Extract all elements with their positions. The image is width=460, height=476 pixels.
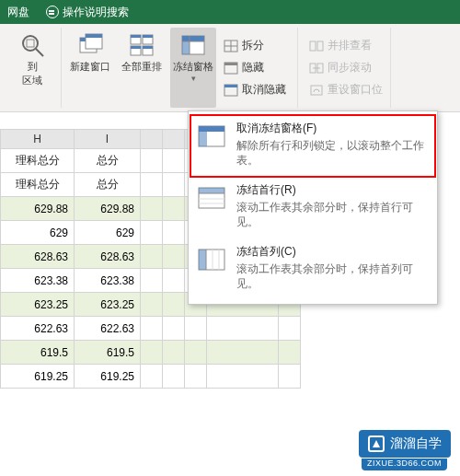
cell[interactable] bbox=[207, 341, 279, 365]
svg-rect-12 bbox=[131, 46, 141, 49]
title-bar: 网盘 操作说明搜索 bbox=[0, 0, 460, 24]
freeze-panes-dropdown: 取消冻结窗格(F) 解除所有行和列锁定，以滚动整个工作表。 冻结首行(R) 滚动… bbox=[188, 110, 438, 305]
cell[interactable] bbox=[141, 173, 163, 197]
hide-label: 隐藏 bbox=[242, 60, 264, 75]
zoom-to-selection-button[interactable]: 到 区域 bbox=[9, 28, 55, 108]
new-window-button[interactable]: 新建窗口 bbox=[67, 28, 113, 108]
help-search-label: 操作说明搜索 bbox=[63, 5, 129, 20]
cell[interactable] bbox=[163, 149, 185, 173]
col-header-i[interactable]: I bbox=[75, 130, 141, 149]
cell[interactable]: 622.63 bbox=[1, 317, 75, 341]
freeze-first-col-item[interactable]: 冻结首列(C) 滚动工作表其余部分时，保持首列可见。 bbox=[190, 238, 435, 300]
svg-line-1 bbox=[36, 49, 43, 56]
cell[interactable] bbox=[163, 197, 185, 221]
freeze-panes-label: 冻结窗格 bbox=[173, 61, 213, 73]
freeze-panes-icon bbox=[178, 31, 209, 59]
cell[interactable]: 629 bbox=[75, 221, 141, 245]
cell[interactable] bbox=[141, 341, 163, 365]
table-row[interactable]: 619.5619.5 bbox=[1, 341, 301, 365]
cell[interactable] bbox=[163, 293, 185, 317]
titlebar-item-wangpan[interactable]: 网盘 bbox=[7, 5, 29, 20]
dropdown-caret-icon: ▾ bbox=[191, 75, 196, 82]
cell[interactable] bbox=[141, 245, 163, 269]
split-icon bbox=[224, 39, 238, 53]
cell[interactable] bbox=[163, 173, 185, 197]
cell[interactable]: 623.38 bbox=[75, 269, 141, 293]
cell[interactable] bbox=[141, 365, 163, 389]
view-side-label: 并排查看 bbox=[328, 38, 372, 53]
cell[interactable]: 619.5 bbox=[1, 341, 75, 365]
cell[interactable] bbox=[279, 317, 301, 341]
sync-scroll-button: 同步滚动 bbox=[307, 59, 385, 77]
arrange-all-label: 全部重排 bbox=[121, 61, 162, 73]
cell[interactable]: 619.25 bbox=[75, 365, 141, 389]
unfreeze-title: 取消冻结窗格(F) bbox=[236, 121, 428, 136]
cell[interactable]: 623.25 bbox=[1, 293, 75, 317]
unfreeze-desc: 解除所有行和列锁定，以滚动整个工作表。 bbox=[236, 138, 428, 168]
freeze-top-desc: 滚动工作表其余部分时，保持首行可见。 bbox=[236, 200, 428, 229]
freeze-top-title: 冻结首行(R) bbox=[236, 182, 428, 198]
cell[interactable] bbox=[163, 221, 185, 245]
arrange-all-button[interactable]: 全部重排 bbox=[119, 28, 165, 108]
cell[interactable] bbox=[141, 269, 163, 293]
table-row[interactable]: 622.63622.63 bbox=[1, 317, 301, 341]
cell[interactable]: 622.63 bbox=[75, 317, 141, 341]
cell[interactable]: 629 bbox=[1, 221, 75, 245]
cell[interactable] bbox=[207, 365, 279, 389]
cell[interactable] bbox=[163, 317, 185, 341]
cell[interactable]: 628.63 bbox=[1, 245, 75, 269]
unfreeze-panes-item[interactable]: 取消冻结窗格(F) 解除所有行和列锁定，以滚动整个工作表。 bbox=[190, 115, 435, 177]
col-header-blank[interactable] bbox=[141, 130, 163, 149]
freeze-top-row-item[interactable]: 冻结首行(R) 滚动工作表其余部分时，保持首行可见。 bbox=[190, 177, 435, 238]
split-button[interactable]: 拆分 bbox=[222, 37, 288, 55]
col-header-blank[interactable] bbox=[163, 130, 185, 149]
cell[interactable] bbox=[185, 365, 207, 389]
cell[interactable] bbox=[141, 293, 163, 317]
cell[interactable]: 619.5 bbox=[75, 341, 141, 365]
svg-rect-34 bbox=[199, 126, 207, 146]
cell[interactable]: 理科总分 bbox=[1, 173, 75, 197]
cell[interactable]: 总分 bbox=[75, 173, 141, 197]
cell[interactable]: 628.63 bbox=[75, 245, 141, 269]
freeze-panes-button[interactable]: 冻结窗格 ▾ bbox=[170, 28, 216, 108]
freeze-first-col-title: 冻结首列(C) bbox=[236, 244, 428, 260]
cell[interactable] bbox=[141, 317, 163, 341]
new-window-icon bbox=[75, 31, 106, 59]
cell[interactable] bbox=[141, 197, 163, 221]
magnifier-icon bbox=[17, 31, 48, 59]
watermark-url: ZIXUE.3D66.COM bbox=[362, 459, 447, 470]
cell[interactable]: 629.88 bbox=[1, 197, 75, 221]
cell[interactable]: 629.88 bbox=[75, 197, 141, 221]
cell[interactable]: 总分 bbox=[75, 149, 141, 173]
cell[interactable] bbox=[279, 341, 301, 365]
hide-button[interactable]: 隐藏 bbox=[222, 59, 288, 77]
freeze-top-row-icon bbox=[196, 184, 227, 212]
unhide-label: 取消隐藏 bbox=[242, 82, 286, 98]
svg-rect-26 bbox=[224, 85, 237, 87]
svg-rect-28 bbox=[317, 41, 323, 51]
cell[interactable] bbox=[185, 317, 207, 341]
cell[interactable]: 理科总分 bbox=[1, 149, 75, 173]
svg-rect-17 bbox=[182, 36, 190, 54]
cell[interactable]: 623.38 bbox=[1, 269, 75, 293]
cell[interactable]: 623.25 bbox=[75, 293, 141, 317]
svg-rect-31 bbox=[311, 86, 322, 95]
svg-rect-36 bbox=[199, 188, 224, 193]
cell[interactable] bbox=[163, 341, 185, 365]
cell[interactable] bbox=[141, 149, 163, 173]
cell[interactable]: 619.25 bbox=[1, 365, 75, 389]
cell[interactable] bbox=[141, 221, 163, 245]
svg-marker-45 bbox=[373, 440, 380, 447]
watermark-logo-icon bbox=[368, 435, 385, 452]
cell[interactable] bbox=[185, 341, 207, 365]
cell[interactable] bbox=[207, 317, 279, 341]
table-row[interactable]: 619.25619.25 bbox=[1, 365, 301, 389]
unhide-button[interactable]: 取消隐藏 bbox=[222, 81, 288, 99]
help-search[interactable]: 操作说明搜索 bbox=[46, 5, 129, 20]
col-header-h[interactable]: H bbox=[1, 130, 75, 149]
cell[interactable] bbox=[163, 365, 185, 389]
cell[interactable] bbox=[163, 269, 185, 293]
window-small-list-2: 并排查看 同步滚动 重设窗口位 bbox=[307, 28, 385, 108]
cell[interactable] bbox=[279, 365, 301, 389]
cell[interactable] bbox=[163, 245, 185, 269]
